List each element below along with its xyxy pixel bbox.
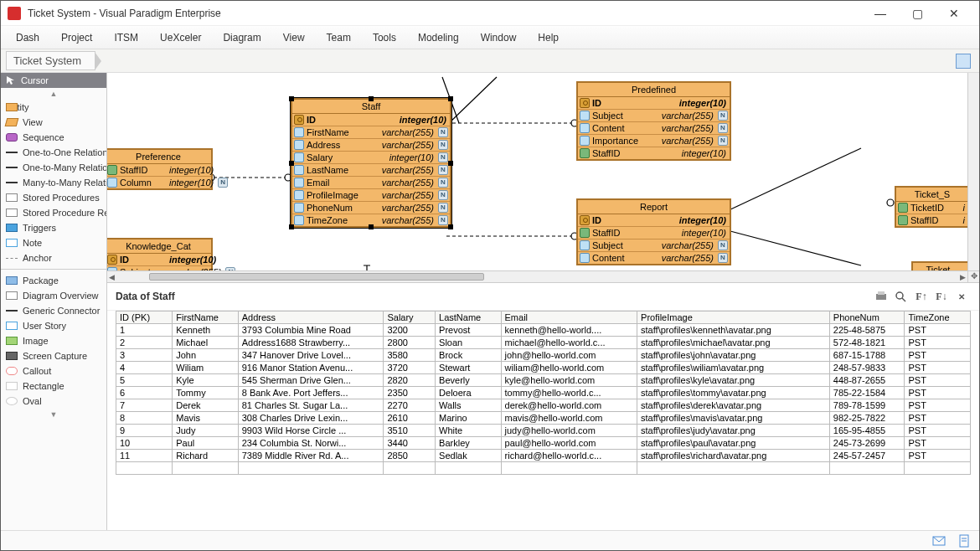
column-header[interactable]: ProfileImage [637,312,830,324]
entity-column-row[interactable]: IDinteger(10) [292,114,450,126]
panel-close-icon[interactable]: ✕ [952,288,971,305]
entity-column-row[interactable]: Emailvarchar(255)N [292,177,450,189]
mail-icon[interactable] [932,534,946,548]
tool-note[interactable]: Note [1,235,106,250]
table-row[interactable]: 2MichaelAddress1688 Strawberry...2800Slo… [116,337,971,349]
tool-rectangle[interactable]: Rectangle [1,378,106,394]
entity-column-row[interactable]: Contentvarchar(255)N [578,252,730,264]
entity-column-row[interactable]: StaffIDinteger(10) [578,147,730,159]
tool-anchor[interactable]: Anchor [1,250,106,265]
menu-uexceler[interactable]: UeXceler [160,32,201,44]
tool-one-to-one-relationship[interactable]: One-to-One Relationship [1,145,106,160]
entity-column-row[interactable]: StaffIDinteger(10) [107,164,211,177]
entity-column-row[interactable]: Importancevarchar(255)N [578,135,730,147]
minimize-button[interactable]: — [862,2,899,25]
entity-column-row[interactable]: ProfileImagevarchar(255)N [292,189,450,202]
table-row[interactable]: 11Richard7389 Middle River Rd. A...2850S… [116,450,971,462]
menu-itsm[interactable]: ITSM [114,32,138,44]
tool-stored-procedures[interactable]: Stored Procedures [1,190,106,205]
tool-oval[interactable]: Oval [1,394,106,409]
entity-column-row[interactable]: IDinteger(10) [578,97,730,110]
entity-column-row[interactable]: IDinteger(10) [107,254,211,266]
tool-entity[interactable]: Entity [1,100,106,115]
menu-modeling[interactable]: Modeling [418,32,459,44]
table-row[interactable]: 1Kenneth3793 Columbia Mine Road3200Prevo… [116,324,971,337]
entity-ticket-s[interactable]: Ticket_S TicketIDiStaffIDi [895,186,970,228]
column-header[interactable]: PhoneNum [829,312,905,324]
tool-view[interactable]: View [1,115,106,130]
vertical-scrollbar[interactable] [967,73,979,270]
entity-column-row[interactable]: Contentvarchar(255)N [578,122,730,135]
tool-package[interactable]: Package [1,273,106,288]
tool-diagram-overview[interactable]: Diagram Overview [1,288,106,303]
cursor-tool[interactable]: Cursor [1,73,106,88]
menu-diagram[interactable]: Diagram [223,32,260,44]
view-layout-icon[interactable] [956,54,971,69]
table-row[interactable]: 9Judy9903 Wild Horse Circle ...3510White… [116,425,971,437]
tool-user-story[interactable]: User Story [1,318,106,333]
entity-staff[interactable]: Staff IDinteger(10)FirstNamevarchar(255)… [291,98,451,228]
palette-collapse-icon[interactable]: ▼ [1,409,106,420]
search-icon[interactable] [892,288,910,305]
table-row[interactable]: 3John347 Hanover Drive Lovel...3580Brock… [116,349,971,362]
tool-triggers[interactable]: Triggers [1,220,106,235]
column-header[interactable]: TimeZone [905,312,971,324]
column-header[interactable]: Address [238,312,384,324]
sort-asc-icon[interactable]: F↑ [912,288,931,305]
table-row[interactable]: 6Tommy8 Bank Ave. Port Jeffers...2350Del… [116,387,971,399]
menu-view[interactable]: View [283,32,305,44]
menu-tools[interactable]: Tools [373,32,396,44]
column-header[interactable]: Email [501,312,637,324]
entity-column-row[interactable]: FirstNamevarchar(255)N [292,126,450,139]
column-header[interactable]: ID (PK) [116,312,173,324]
menu-help[interactable]: Help [538,32,559,44]
entity-column-row[interactable]: IDinteger(10) [578,214,730,227]
resize-grip-icon[interactable]: ✥ [967,270,979,282]
entity-column-row[interactable]: LastNamevarchar(255)N [292,164,450,177]
menu-dash[interactable]: Dash [16,32,39,44]
column-header[interactable]: FirstName [173,312,238,324]
entity-column-row[interactable]: Subjectvarchar(255)N [578,110,730,122]
entity-column-row[interactable]: TicketIDi [896,202,968,214]
entity-column-row[interactable]: Columninteger(10)N [107,177,211,188]
document-icon[interactable] [957,534,971,548]
tool-image[interactable]: Image [1,333,106,348]
entity-report[interactable]: Report IDinteger(10)StaffIDinteger(10)Su… [576,198,731,265]
table-row[interactable]: 4Wiliam916 Manor Station Avenu...3720Ste… [116,362,971,374]
entity-column-row[interactable]: StaffIDinteger(10) [578,227,730,239]
horizontal-scrollbar[interactable]: ◀▶ [107,270,967,282]
tool-sequence[interactable]: Sequence [1,130,106,145]
entity-column-row[interactable]: PhoneNumvarchar(255)N [292,202,450,214]
tool-screen-capture[interactable]: Screen Capture [1,348,106,363]
entity-column-row[interactable]: StaffIDi [896,214,968,226]
tool-callout[interactable]: Callout [1,363,106,378]
column-header[interactable]: Salary [384,312,436,324]
table-row-empty[interactable] [116,462,971,475]
diagram-canvas[interactable]: Preference StaffIDinteger(10)Columninteg… [107,73,979,283]
entity-column-row[interactable]: Salaryinteger(10)N [292,152,450,164]
tool-many-to-many-relationship[interactable]: Many-to-Many Relationship [1,175,106,190]
entity-column-row[interactable]: Subjectvarchar(255)N [578,239,730,252]
entity-column-row[interactable]: Addressvarchar(255)N [292,139,450,152]
print-icon[interactable] [872,288,890,305]
tool-generic-connector[interactable]: Generic Connector [1,303,106,318]
table-row[interactable]: 8Mavis308 Charles Drive Lexin...2610Mari… [116,412,971,425]
column-header[interactable]: LastName [436,312,501,324]
tool-one-to-many-relationship[interactable]: One-to-Many Relationship [1,160,106,175]
breadcrumb[interactable]: Ticket System [6,51,95,70]
entity-preference[interactable]: Preference StaffIDinteger(10)Columninteg… [107,148,213,190]
maximize-button[interactable]: ▢ [899,2,936,25]
table-row[interactable]: 10Paul234 Columbia St. Norwi...3440Barkl… [116,437,971,450]
sort-desc-icon[interactable]: F↓ [932,288,951,305]
table-row[interactable]: 7Derek81 Charles St. Sugar La...2270Wall… [116,399,971,412]
menu-team[interactable]: Team [327,32,351,44]
data-table[interactable]: ID (PK)FirstNameAddressSalaryLastNameEma… [116,311,971,475]
tool-stored-procedure-resultset[interactable]: Stored Procedure Resultset [1,205,106,220]
column-name: StaffID [910,215,961,225]
menu-window[interactable]: Window [481,32,517,44]
menu-project[interactable]: Project [61,32,92,44]
palette-expand-icon[interactable]: ▲ [1,88,106,100]
table-row[interactable]: 5Kyle545 Sherman Drive Glen...2820Beverl… [116,374,971,387]
close-button[interactable]: ✕ [936,2,972,25]
entity-predefined[interactable]: Predefined IDinteger(10)Subjectvarchar(2… [576,81,731,161]
